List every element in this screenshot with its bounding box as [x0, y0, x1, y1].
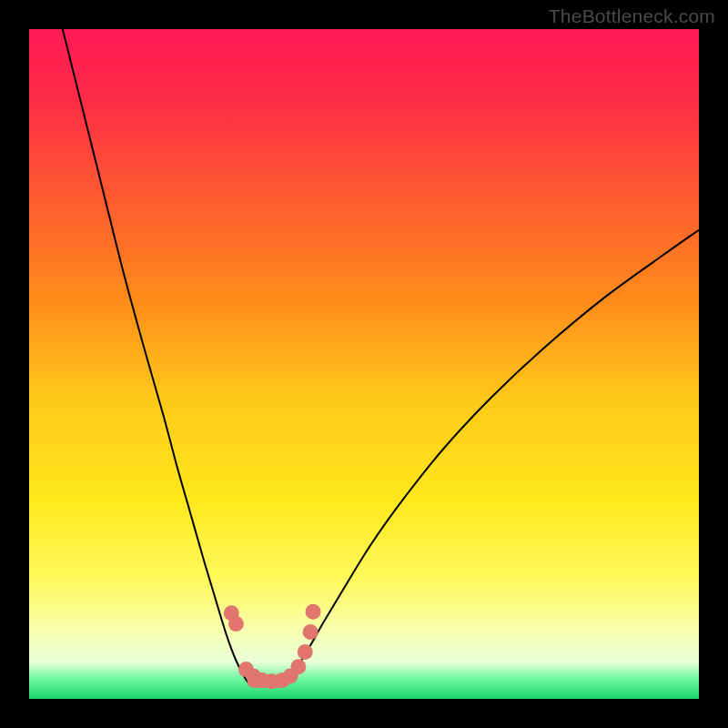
svg-point-10	[298, 644, 313, 660]
svg-point-2	[228, 616, 244, 632]
svg-point-11	[303, 624, 318, 640]
bottleneck-chart	[29, 29, 699, 699]
chart-frame: TheBottleneck.com	[0, 0, 728, 728]
svg-point-12	[306, 604, 321, 620]
plot-area	[29, 29, 699, 699]
watermark-text: TheBottleneck.com	[549, 5, 715, 27]
svg-point-9	[290, 659, 306, 674]
svg-rect-0	[29, 29, 699, 699]
